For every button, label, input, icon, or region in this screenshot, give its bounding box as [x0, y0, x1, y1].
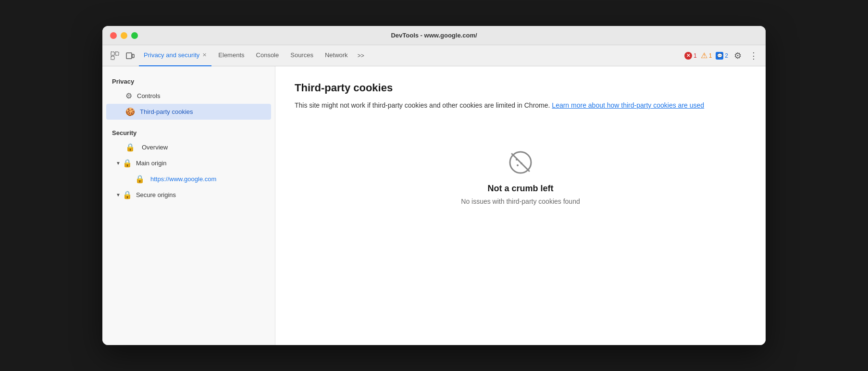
svg-rect-1 — [115, 52, 119, 55]
tab-elements[interactable]: Elements — [213, 45, 249, 66]
lock-icon-main-origin: 🔒 — [123, 159, 132, 168]
chat-count: 2 — [725, 52, 728, 59]
content-title: Third-party cookies — [295, 82, 746, 94]
empty-desc: No issues with third-party cookies found — [461, 198, 580, 205]
settings-icon[interactable]: ⚙ — [732, 49, 744, 63]
svg-line-6 — [512, 154, 529, 171]
secure-origins-label: Secure origins — [136, 191, 176, 198]
controls-label: Controls — [137, 92, 160, 99]
lock-icon-overview: 🔒 — [125, 143, 135, 152]
toolbar-right: ✕ 1 ⚠ 1 💬 2 ⚙ ⋮ — [684, 49, 760, 63]
lock-icon-secure-origins: 🔒 — [123, 190, 132, 199]
device-toolbar-icon[interactable] — [124, 49, 137, 62]
title-bar: DevTools - www.google.com/ — [102, 26, 766, 45]
expander-arrow-main-origin: ▼ — [116, 161, 121, 166]
minimize-button[interactable] — [121, 32, 127, 39]
tab-privacy-security[interactable]: Privacy and security ✕ — [139, 45, 211, 66]
google-url-link[interactable]: https://www.google.com — [150, 175, 216, 183]
window-title: DevTools - www.google.com/ — [391, 32, 477, 39]
svg-point-8 — [516, 159, 518, 161]
security-section-label: Security — [102, 125, 275, 139]
no-cookie-icon — [507, 149, 534, 176]
main-content: Privacy ⚙ Controls 🍪 Third-party cookies… — [102, 66, 766, 345]
svg-rect-2 — [111, 56, 114, 60]
more-tabs-button[interactable]: >> — [355, 52, 367, 59]
sidebar-item-third-party-cookies[interactable]: 🍪 Third-party cookies — [106, 104, 271, 120]
error-badge[interactable]: ✕ 1 — [684, 52, 697, 60]
tab-close-icon[interactable]: ✕ — [202, 52, 207, 58]
toolbar: Privacy and security ✕ Elements Console … — [102, 45, 766, 66]
chat-icon: 💬 — [716, 52, 723, 60]
lock-icon-google: 🔒 — [135, 174, 145, 184]
third-party-cookies-label: Third-party cookies — [140, 108, 193, 115]
privacy-section-label: Privacy — [102, 74, 275, 88]
more-options-icon[interactable]: ⋮ — [747, 49, 760, 63]
tab-elements-label: Elements — [218, 51, 244, 59]
content-description: This site might not work if third-party … — [295, 100, 746, 111]
expander-arrow-secure-origins: ▼ — [116, 192, 121, 198]
sidebar: Privacy ⚙ Controls 🍪 Third-party cookies… — [102, 66, 275, 345]
sidebar-item-overview[interactable]: 🔒 Overview — [106, 139, 271, 155]
sidebar-item-main-origin[interactable]: ▼ 🔒 Main origin — [106, 155, 271, 171]
content-description-text: This site might not work if third-party … — [295, 101, 550, 109]
svg-rect-4 — [132, 54, 134, 58]
tab-console-label: Console — [256, 51, 279, 59]
svg-point-9 — [521, 162, 522, 164]
traffic-lights — [110, 32, 138, 39]
error-icon: ✕ — [684, 52, 692, 60]
content-area: Third-party cookies This site might not … — [275, 66, 766, 345]
warning-badge[interactable]: ⚠ 1 — [701, 51, 712, 60]
warning-count: 1 — [709, 52, 712, 59]
empty-title: Not a crumb left — [487, 184, 553, 194]
tab-network[interactable]: Network — [320, 45, 353, 66]
sidebar-item-secure-origins[interactable]: ▼ 🔒 Secure origins — [106, 187, 271, 203]
chat-badge[interactable]: 💬 2 — [716, 52, 728, 60]
controls-gear-icon: ⚙ — [125, 91, 132, 100]
svg-point-10 — [517, 164, 519, 166]
svg-rect-0 — [111, 52, 114, 55]
svg-rect-3 — [126, 53, 132, 59]
close-button[interactable] — [110, 32, 117, 39]
tab-sources[interactable]: Sources — [285, 45, 318, 66]
tab-network-label: Network — [325, 51, 348, 59]
cookies-icon: 🍪 — [125, 107, 135, 116]
devtools-window: DevTools - www.google.com/ Privacy and s… — [102, 26, 766, 345]
maximize-button[interactable] — [131, 32, 138, 39]
main-origin-label: Main origin — [136, 160, 167, 167]
error-count: 1 — [694, 52, 697, 59]
learn-more-link[interactable]: Learn more about how third-party cookies… — [552, 101, 704, 109]
tab-privacy-security-label: Privacy and security — [144, 51, 199, 59]
warning-icon: ⚠ — [701, 51, 707, 60]
empty-state: Not a crumb left No issues with third-pa… — [295, 149, 746, 205]
tab-sources-label: Sources — [290, 51, 313, 59]
sidebar-item-controls[interactable]: ⚙ Controls — [106, 88, 271, 104]
sidebar-sub-item-google[interactable]: 🔒 https://www.google.com — [106, 171, 271, 187]
tab-console[interactable]: Console — [251, 45, 284, 66]
overview-label: Overview — [142, 144, 168, 151]
inspect-element-icon[interactable] — [108, 49, 122, 62]
